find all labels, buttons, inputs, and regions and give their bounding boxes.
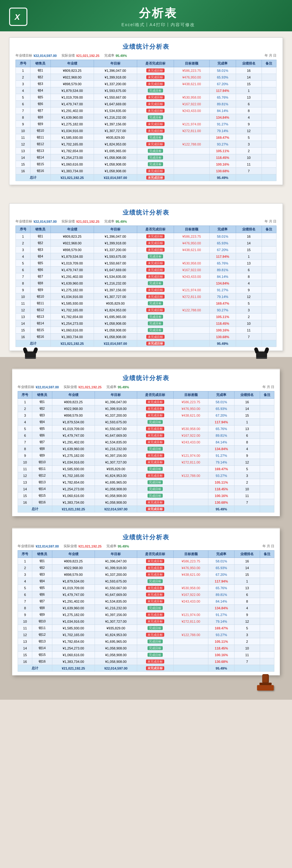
cell-seller: 销3 xyxy=(30,81,51,87)
cell-rate: 91.27% xyxy=(208,612,234,618)
status-badge: 未完成目标 xyxy=(146,633,164,637)
cell-status: 完成目标 xyxy=(137,445,173,452)
cell-rank: 14 xyxy=(234,564,260,571)
completion-label: 完成率 xyxy=(104,53,115,58)
status-badge: 未完成目标 xyxy=(146,102,165,106)
cell-target: ¥1,396,047.00 xyxy=(94,67,137,74)
cell-seq: 11 xyxy=(18,625,32,631)
cell-seller: 销6 xyxy=(30,101,51,107)
cell-status: 未完成目标 xyxy=(137,472,173,479)
cell-rate: 58.01% xyxy=(208,399,234,405)
cell-seller: 销2 xyxy=(30,240,51,247)
cell-rank: 2 xyxy=(234,479,260,486)
cell-annual: ¥1,702,165.00 xyxy=(51,307,94,313)
cell-rank: 6 xyxy=(234,591,260,598)
table-row: 5 销5 ¥1,019,709.00 ¥1,550,667.00 未完成目标 ¥… xyxy=(18,585,274,591)
table-row: 9 销9 ¥1,275,182.00 ¥1,397,156.00 未完成目标 ¥… xyxy=(16,287,277,293)
cell-rank: 16 xyxy=(234,558,260,564)
cell-seller: 销15 xyxy=(32,492,52,499)
cell-status: 未完成目标 xyxy=(137,412,173,419)
cell-seq: 16 xyxy=(16,168,30,175)
table-row: 8 销8 ¥1,639,960.00 ¥1,216,232.00 完成目标 13… xyxy=(18,605,274,612)
cell-diff xyxy=(174,280,209,287)
status-badge: 完成目标 xyxy=(148,646,163,650)
cell-seq: 5 xyxy=(16,94,30,101)
cell-rate: 169.47% xyxy=(208,625,234,631)
cell-note xyxy=(262,260,276,267)
cell-rank: 13 xyxy=(234,585,260,591)
status-badge: 完成目标 xyxy=(148,162,163,166)
status-badge: 未完成目标 xyxy=(146,460,164,464)
cell-seller: 销8 xyxy=(30,280,51,287)
cell-seq: 7 xyxy=(18,439,32,445)
table-row: 8 销8 ¥1,639,960.00 ¥1,216,232.00 完成目标 13… xyxy=(16,114,277,121)
cell-note xyxy=(260,612,274,618)
cell-annual: ¥1,275,182.00 xyxy=(52,452,95,459)
cell-seller: 销15 xyxy=(30,327,51,334)
cell-note xyxy=(262,307,276,313)
cell-target: ¥1,593,675.00 xyxy=(94,87,137,94)
cell-annual: ¥1,060,616.00 xyxy=(52,492,95,499)
cell-target: ¥1,307,727.00 xyxy=(94,127,137,134)
cell-rank: 2 xyxy=(236,313,262,320)
status-badge: 完成目标 xyxy=(148,301,163,305)
cell-seq: 11 xyxy=(16,134,30,141)
table-row: 7 销7 ¥1,291,402.00 ¥1,534,835.00 未完成目标 ¥… xyxy=(18,598,274,605)
cell-note xyxy=(260,492,274,499)
cell-note xyxy=(260,452,274,459)
cell-rate: 89.81% xyxy=(209,267,236,273)
cell-annual: ¥1,702,165.00 xyxy=(51,141,94,148)
status-badge: 未完成目标 xyxy=(146,268,165,272)
cell-seq: 7 xyxy=(18,598,32,605)
table-row: 5 销5 ¥1,019,709.00 ¥1,550,667.00 未完成目标 ¥… xyxy=(16,260,277,267)
cell-status: 完成目标 xyxy=(137,605,173,612)
cell-note xyxy=(262,114,276,121)
cell-seq: 15 xyxy=(16,161,30,168)
cell-seq: 9 xyxy=(16,287,30,293)
cell-note xyxy=(262,247,276,253)
cell-seller: 销8 xyxy=(32,605,52,612)
cell-rate: 67.20% xyxy=(208,412,234,419)
cell-rank: 7 xyxy=(236,334,262,340)
status-badge: 完成目标 xyxy=(148,321,163,326)
total-annual: ¥21,021,192.25 xyxy=(52,665,95,672)
status-badge: 未完成目标 xyxy=(146,234,165,238)
cell-target: ¥1,337,200.00 xyxy=(95,412,137,419)
cell-status: 未完成目标 xyxy=(137,260,174,267)
cell-status: 未完成目标 xyxy=(137,432,173,439)
cell-seller: 销4 xyxy=(30,87,51,94)
cell-rate: 134.84% xyxy=(208,445,234,452)
cell-rank: 12 xyxy=(236,293,262,300)
status-badge: 完成目标 xyxy=(148,467,163,471)
cell-target: ¥1,396,047.00 xyxy=(94,233,137,240)
cell-status: 未完成目标 xyxy=(137,571,173,578)
cell-target: ¥1,058,908.00 xyxy=(95,658,137,665)
cell-rank: 8 xyxy=(234,598,260,605)
cell-annual: ¥1,019,709.00 xyxy=(52,585,95,591)
cell-rank: 12 xyxy=(234,459,260,466)
cell-seq: 8 xyxy=(18,445,32,452)
table-row: 12 销12 ¥1,702,165.00 ¥1,824,953.00 未完成目标… xyxy=(18,631,274,638)
cell-seller: 销10 xyxy=(30,127,51,134)
cell-annual: ¥809,823.25 xyxy=(52,399,95,405)
cell-rank: 11 xyxy=(234,492,260,499)
cell-rank: 9 xyxy=(236,287,262,293)
table-row: 11 销11 ¥1,585,930.00 ¥935,829.00 完成目标 16… xyxy=(18,625,274,631)
cell-status: 完成目标 xyxy=(137,161,174,168)
cell-target: ¥1,396,047.00 xyxy=(95,558,137,564)
annual-target-label: 年业绩目标 xyxy=(15,53,32,58)
completion-value: 95.49% xyxy=(116,54,127,58)
cell-target: ¥1,647,669.00 xyxy=(95,432,137,439)
cell-seller: 销5 xyxy=(32,585,52,591)
cell-diff: ¥272,811.00 xyxy=(174,127,209,134)
status-badge: 未完成目标 xyxy=(146,572,164,577)
cell-status: 未完成目标 xyxy=(137,558,173,564)
total-label: 总计 xyxy=(16,175,51,181)
cell-rank: 6 xyxy=(236,267,262,273)
cell-annual: ¥922,968.00 xyxy=(51,74,94,81)
cell-diff: ¥121,974.00 xyxy=(174,121,209,127)
cell-target: ¥1,534,835.00 xyxy=(95,439,137,445)
cell-diff: ¥122,788.00 xyxy=(174,307,209,313)
cell-note xyxy=(262,273,276,280)
total-label: 总计 xyxy=(18,506,52,513)
